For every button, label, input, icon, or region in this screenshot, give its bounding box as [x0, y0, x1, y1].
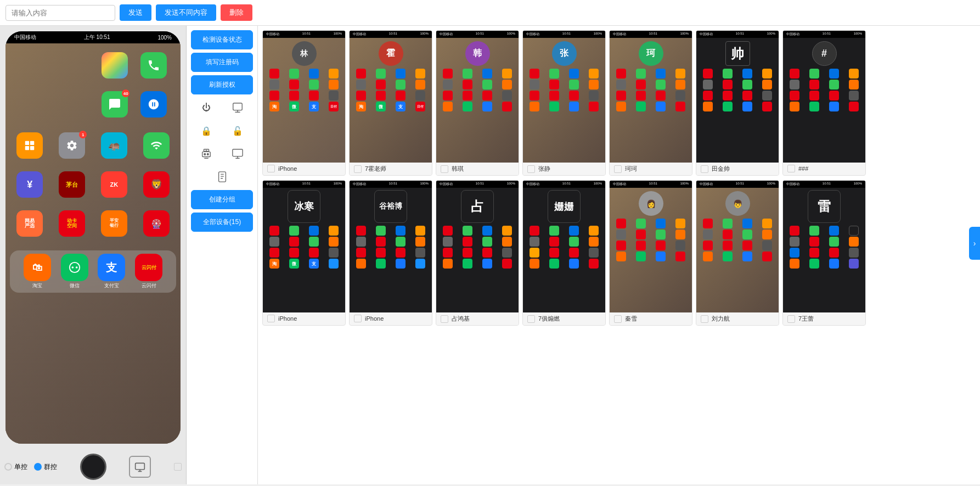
right-edge-icon: › [973, 239, 976, 248]
content-input[interactable] [5, 5, 115, 21]
robot-icon[interactable] [199, 146, 214, 161]
device-status-1: 中国移动10:51100% [263, 31, 345, 38]
unlock-icon[interactable]: 🔓 [230, 123, 245, 138]
device-tianjinshuai[interactable]: 中国移动10:51100% 帅 [696, 30, 779, 176]
device-checkbox-7wanglei[interactable] [787, 315, 795, 323]
svg-point-4 [71, 266, 74, 269]
group-control-label: 群控 [44, 462, 57, 472]
phone-screen: 林 照片 [5, 43, 181, 444]
device-shanshan[interactable]: 中国移动10:51100% 姗姗 [522, 180, 606, 326]
device-checkbox-hash[interactable] [787, 165, 795, 172]
doc-icon[interactable] [215, 169, 230, 185]
main-layout: 中国移动 上午 10:51 100% 林 [0, 26, 980, 484]
group-control-option[interactable]: 群控 [34, 462, 57, 472]
svg-rect-13 [218, 172, 226, 182]
device-checkbox-guyubo[interactable] [354, 315, 362, 322]
single-radio-dot [4, 463, 12, 471]
robot-icon-row [191, 144, 253, 164]
svg-rect-1 [30, 141, 34, 145]
device-checkbox-keke[interactable] [614, 165, 622, 173]
right-edge-button[interactable]: › [969, 227, 980, 260]
delete-button[interactable]: 删除 [221, 4, 252, 21]
send-diff-button[interactable]: 发送不同内容 [156, 4, 216, 21]
group-radio-dot [34, 463, 42, 471]
send-button[interactable]: 发送 [120, 4, 151, 21]
power-icon-row: ⏻ [191, 98, 253, 118]
device-keke[interactable]: 中国移动10:51100% 珂 [609, 30, 692, 176]
create-group-btn[interactable]: 创建分组 [191, 190, 253, 209]
screenshot-icon[interactable] [230, 100, 245, 115]
wechat-dock[interactable]: 微信 [59, 254, 90, 289]
svg-rect-6 [136, 463, 145, 470]
device-checkbox-binghan[interactable] [267, 315, 275, 322]
device-iphone-1[interactable]: 中国移动10:51100% 林 [262, 30, 346, 176]
svg-rect-8 [202, 152, 211, 157]
svg-rect-3 [30, 146, 34, 150]
device-guyubo[interactable]: 中国移动10:51100% 谷裕博 [349, 180, 432, 326]
device-hash[interactable]: 中国移动10:51100% # [782, 30, 866, 176]
doc-icon-row [191, 167, 253, 187]
device-checkbox-hanqi[interactable] [441, 165, 448, 173]
phone-status-bar: 中国移动 上午 10:51 100% [5, 31, 181, 43]
phone-frame: 中国移动 上午 10:51 100% 林 [5, 31, 181, 444]
device-checkbox-7huo[interactable] [354, 165, 362, 173]
svg-point-5 [75, 266, 77, 269]
device-checkbox-tianjin[interactable] [701, 165, 708, 173]
device-screen-2: 中国移动10:51100% 霍 [350, 31, 432, 163]
detect-device-btn[interactable]: 检测设备状态 [191, 30, 253, 49]
taobao-dock[interactable]: 🛍 淘宝 [22, 254, 53, 289]
devices-row-1: 中国移动10:51100% 林 [262, 30, 976, 176]
svg-rect-0 [25, 141, 29, 145]
time-label: 上午 10:51 [84, 33, 110, 41]
single-control-option[interactable]: 单控 [4, 462, 27, 472]
device-name-1: iPhone [278, 165, 297, 172]
screen-button[interactable] [129, 456, 151, 478]
all-devices-btn[interactable]: 全部设备(15) [191, 213, 253, 232]
left-panel: 中国移动 上午 10:51 100% 林 [0, 26, 187, 484]
device-binghan[interactable]: 中国移动10:51100% 冰寒 淘微支 [262, 180, 346, 326]
devices-panel[interactable]: 中国移动10:51100% 林 [258, 26, 980, 484]
svg-rect-2 [25, 146, 29, 150]
device-screen-1: 中国移动10:51100% 林 [263, 31, 345, 163]
device-checkbox-qinxue[interactable] [614, 315, 622, 323]
select-all-checkbox[interactable] [174, 463, 182, 471]
lock-icon-row: 🔒 🔓 [191, 121, 253, 141]
mode-radio-group: 单控 群控 [4, 462, 57, 472]
svg-point-9 [204, 154, 206, 155]
controls-panel: 检测设备状态 填写注册码 刷新授权 ⏻ 🔒 🔓 [187, 26, 258, 484]
battery-label: 100% [157, 35, 172, 41]
lock-icon[interactable]: 🔒 [199, 123, 214, 138]
phone-bottom-controls: 单控 群控 [0, 449, 186, 484]
device-footer-1: iPhone [263, 163, 345, 175]
screen-content-1: 中国移动10:51100% 林 [263, 31, 345, 163]
device-checkbox-liulihang[interactable] [701, 315, 708, 323]
refresh-auth-btn[interactable]: 刷新授权 [191, 75, 253, 94]
power-icon[interactable]: ⏻ [199, 100, 214, 115]
device-hanqi[interactable]: 中国移动10:51100% 韩 [436, 30, 519, 176]
device-7wanglei[interactable]: 中国移动10:51100% 雷 [782, 180, 866, 326]
monitor-icon[interactable] [230, 146, 245, 161]
single-control-label: 单控 [14, 462, 27, 472]
yunshan-dock[interactable]: 云闪付 云闪付 [133, 254, 164, 289]
phone-dock: 🛍 淘宝 微信 支 支付宝 [10, 250, 176, 293]
alipay-dock[interactable]: 支 支付宝 [96, 254, 127, 289]
device-checkbox-1[interactable] [267, 165, 275, 172]
device-checkbox-shanshan[interactable] [527, 315, 535, 323]
device-wallpaper-1: 林 [263, 38, 345, 163]
top-bar: 发送 发送不同内容 删除 [0, 0, 980, 26]
svg-rect-7 [233, 103, 243, 110]
carrier-label: 中国移动 [14, 33, 36, 41]
svg-point-10 [207, 154, 209, 155]
device-qinxue[interactable]: 中国移动10:51100% 👩 [609, 180, 692, 326]
device-liulihang[interactable]: 中国移动10:51100% 👦 [696, 180, 779, 326]
device-zhangjing[interactable]: 中国移动10:51100% 张 [522, 30, 606, 176]
home-button[interactable] [80, 454, 106, 480]
device-checkbox-zhanhongji[interactable] [441, 315, 448, 323]
fill-reg-btn[interactable]: 填写注册码 [191, 53, 253, 72]
devices-row-2: 中国移动10:51100% 冰寒 淘微支 [262, 180, 976, 326]
device-7huo[interactable]: 中国移动10:51100% 霍 [349, 30, 432, 176]
svg-rect-12 [233, 149, 243, 157]
device-checkbox-zhangjing[interactable] [527, 165, 535, 173]
device-zhanhongji[interactable]: 中国移动10:51100% 占 [436, 180, 519, 326]
